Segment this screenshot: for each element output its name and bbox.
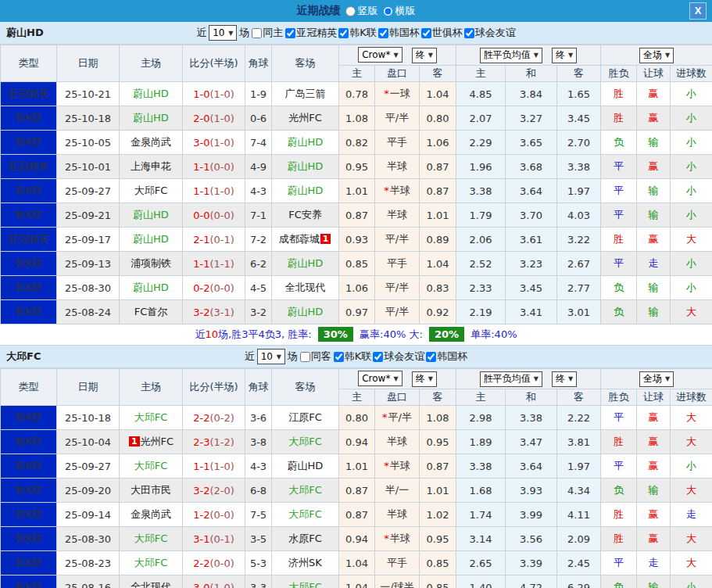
score: 2-0(1-0): [183, 106, 245, 131]
home-team: 蔚山HD: [120, 106, 183, 131]
score: 2-2(0-0): [183, 551, 245, 575]
competition-checkbox[interactable]: 亚冠精英: [285, 26, 337, 40]
summary-text: 40%: [383, 328, 406, 340]
handicap-line: 平手: [375, 551, 420, 575]
handicap-odds-home: 0.95: [339, 155, 375, 179]
competition-checkbox[interactable]: 球会友谊: [373, 350, 424, 364]
handicap-line: 平/半: [375, 228, 420, 252]
team-label: 大邱FC: [288, 484, 322, 496]
competition-badge: 韩K联: [1, 106, 57, 131]
bookmaker-select[interactable]: Crow*▼: [358, 371, 402, 386]
score: 3-2(3-1): [183, 300, 245, 324]
competition-checkbox[interactable]: 韩K联: [334, 350, 372, 364]
same-venue-checkbox[interactable]: 同主: [252, 26, 283, 40]
handicap-odds-home: 0.85: [339, 252, 375, 276]
away-team: 成都蓉城1: [272, 228, 339, 252]
same-venue-checkbox[interactable]: 同客: [300, 350, 331, 364]
home-team: 大邱FC: [120, 551, 183, 575]
layout-horizontal-radio[interactable]: 横版: [383, 4, 416, 18]
chevron-down-icon: ▼: [534, 52, 538, 59]
competition-checkbox[interactable]: 韩国杯: [426, 350, 467, 364]
avg-odds-away: 2.22: [557, 406, 601, 430]
result-handicap: 赢: [637, 430, 671, 454]
match-row: 亚冠精英 25-09-17 蔚山HD 2-1(0-1) 7-2 成都蓉城1 0.…: [1, 228, 712, 252]
score: 2-1(0-1): [183, 228, 245, 252]
competition-checkbox[interactable]: 韩K联: [338, 26, 377, 40]
scope-select[interactable]: 全场▼: [639, 371, 674, 387]
result-handicap: 输: [637, 131, 671, 155]
chevron-down-icon: ▼: [228, 30, 233, 37]
result-wdl: 平: [601, 406, 637, 430]
final-odds-select-2[interactable]: 终▼: [552, 371, 577, 387]
corners: 0-6: [245, 106, 272, 131]
competition-checkbox[interactable]: 世俱杯: [421, 26, 463, 40]
team-label: 大田市民: [131, 484, 171, 496]
corners: 3-5: [245, 527, 272, 551]
result-handicap: 赢: [637, 82, 671, 106]
avg-odds-away: 1.97: [557, 179, 601, 203]
home-team: 大田市民: [120, 479, 183, 503]
scope-select[interactable]: 全场▼: [639, 48, 674, 63]
avg-odds-home: 1.74: [456, 503, 506, 527]
layout-vertical-radio-input[interactable]: [345, 6, 356, 16]
games-count-select[interactable]: 10▼: [209, 25, 237, 41]
summary-text: 大:: [406, 328, 426, 340]
team-label: 蔚山HD: [288, 160, 324, 172]
final-odds-select-1[interactable]: 终▼: [412, 48, 437, 63]
competition-checkbox[interactable]: 球会友谊: [464, 26, 516, 40]
col-handicap-away: 客: [420, 66, 456, 82]
col-goals: 进球数: [671, 389, 712, 406]
away-team: 江原FC: [272, 406, 339, 430]
avg-odds-select[interactable]: 胜平负均值▼: [480, 371, 542, 387]
result-goals: 大: [671, 300, 712, 324]
competition-badge: 韩K联: [1, 479, 57, 503]
bookmaker-select[interactable]: Crow*▼: [358, 47, 402, 63]
away-team: 蔚山HD: [272, 155, 339, 179]
layout-vertical-radio[interactable]: 竖版: [345, 4, 378, 18]
col-result: 胜负: [601, 66, 637, 82]
avg-odds-away: 2.45: [557, 551, 601, 575]
games-count-select[interactable]: 10▼: [257, 349, 285, 364]
corners: 4-3: [245, 454, 272, 479]
col-handicap-home: 主: [339, 389, 375, 406]
col-away: 客场: [272, 369, 339, 406]
team-label: 蔚山HD: [133, 88, 169, 99]
team-label: 蔚山HD: [133, 233, 169, 245]
avg-odds-home: 1.40: [456, 575, 506, 588]
handicap-line: 半球: [375, 203, 420, 228]
corners: 1-9: [245, 82, 272, 106]
away-team: 蔚山HD: [272, 131, 339, 155]
avg-odds-draw: 3.93: [506, 479, 557, 503]
handicap-line: 半球: [375, 430, 420, 454]
match-date: 25-09-27: [57, 179, 120, 203]
competition-badge: 韩K联: [1, 527, 57, 551]
home-team: 金泉尚武: [120, 131, 183, 155]
handicap-line: *半球: [375, 527, 420, 551]
team-name: 蔚山HD: [6, 22, 44, 44]
competition-checkbox[interactable]: 韩国杯: [378, 26, 420, 40]
match-date: 25-10-21: [57, 82, 120, 106]
avg-odds-draw: 3.61: [506, 228, 557, 252]
result-goals: 小: [671, 252, 712, 276]
handicap-odds-away: 0.80: [420, 106, 456, 131]
col-score: 比分(半场): [183, 45, 245, 82]
final-odds-select-1[interactable]: 终▼: [412, 371, 437, 387]
team-label: 大邱FC: [288, 436, 322, 447]
avg-odds-home: 2.33: [456, 276, 506, 300]
match-date: 25-08-24: [57, 300, 120, 324]
team-label: 上海申花: [131, 160, 171, 172]
avg-odds-select[interactable]: 胜平负均值▼: [480, 48, 542, 63]
final-odds-select-2[interactable]: 终▼: [552, 48, 577, 63]
layout-horizontal-radio-input[interactable]: [383, 6, 393, 16]
close-button[interactable]: X: [689, 2, 707, 20]
avg-odds-away: 1.65: [557, 82, 601, 106]
col-handicap-result: 让球: [637, 389, 671, 406]
avg-odds-home: 1.96: [456, 155, 506, 179]
handicap-odds-away: 0.89: [420, 228, 456, 252]
handicap-odds-home: 0.80: [339, 406, 375, 430]
col-avg-draw: 和: [506, 389, 557, 406]
filters: 近 10▼ 场 同客 韩K联球会友谊韩国杯: [0, 346, 712, 368]
match-date: 25-09-20: [57, 479, 120, 503]
score: 0-2(0-0): [183, 276, 245, 300]
match-date: 25-10-05: [57, 131, 120, 155]
